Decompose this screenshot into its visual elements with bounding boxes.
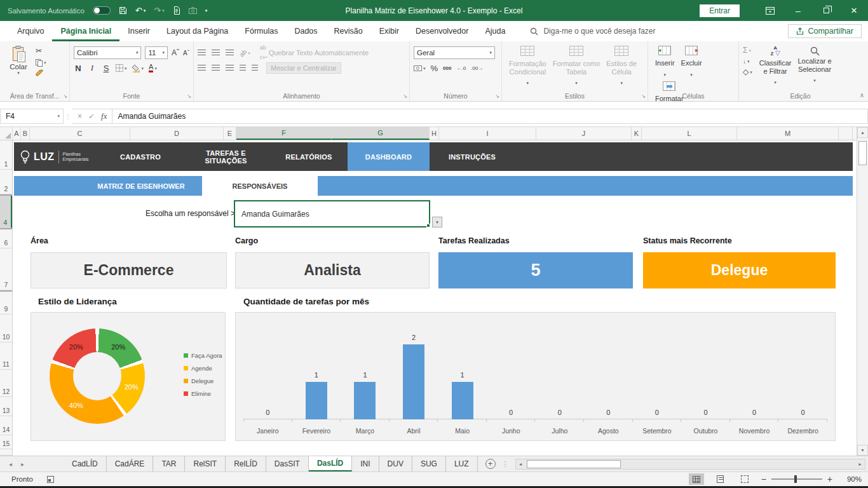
- share-button[interactable]: Compartilhar: [788, 24, 862, 38]
- nav-tab-cadastro[interactable]: CADASTRO: [99, 142, 182, 171]
- sign-in-button[interactable]: Entrar: [700, 4, 740, 17]
- subnav-tab-responsaveis[interactable]: RESPONSÁVEIS: [202, 176, 318, 196]
- column-header-E[interactable]: E: [224, 127, 236, 140]
- scroll-left-icon[interactable]: ◂: [516, 459, 526, 469]
- font-color-button[interactable]: A ▾: [149, 64, 157, 73]
- cut-button[interactable]: ✂: [36, 46, 46, 56]
- alignment-dialog-launcher[interactable]: ↘: [403, 93, 407, 99]
- autosum-button[interactable]: Σ▾: [743, 46, 752, 55]
- italic-button[interactable]: I: [88, 63, 97, 73]
- camera-icon[interactable]: [189, 7, 197, 14]
- decrease-decimal-button[interactable]: .00→: [471, 64, 483, 73]
- autosave-toggle[interactable]: [93, 6, 111, 15]
- sheet-tab-daslid[interactable]: DasLÍD: [309, 456, 352, 471]
- sheet-tab-cadlid[interactable]: CadLÍD: [64, 456, 107, 471]
- align-left-button[interactable]: [198, 65, 206, 72]
- row-header-12[interactable]: 12: [0, 370, 12, 397]
- align-bottom-button[interactable]: [226, 50, 234, 57]
- sheet-tab-rellid[interactable]: RelLÍD: [226, 456, 266, 471]
- increase-indent-button[interactable]: [252, 65, 258, 72]
- bar-abril[interactable]: [403, 344, 424, 419]
- vertical-scrollbar[interactable]: ▲ ▼: [857, 127, 868, 456]
- collapse-ribbon-icon[interactable]: ∧: [860, 92, 864, 98]
- sort-filter-button[interactable]: AZ ▽ Classificar e Filtrar▾: [756, 44, 795, 88]
- cell-fill-handle[interactable]: [426, 224, 430, 227]
- print-preview-icon[interactable]: [173, 6, 180, 15]
- orientation-button[interactable]: ab▾: [240, 48, 250, 58]
- row-header-14[interactable]: 14: [0, 416, 12, 435]
- new-sheet-button[interactable]: +: [485, 459, 496, 469]
- column-header-A[interactable]: A: [13, 127, 21, 140]
- row-header-7[interactable]: 7: [0, 248, 12, 290]
- close-button[interactable]: ×: [840, 0, 868, 21]
- bold-button[interactable]: N: [74, 64, 83, 73]
- sheet-tab-tar[interactable]: TAR: [153, 456, 185, 471]
- column-header-M[interactable]: M: [737, 127, 839, 140]
- minimize-button[interactable]: –: [784, 0, 812, 21]
- sheet-tab-dassit[interactable]: DasSIT: [266, 456, 309, 471]
- ribbon-tab-dados[interactable]: Dados: [286, 21, 325, 41]
- ribbon-tab-layout-da-pagina[interactable]: Layout da Página: [158, 21, 236, 41]
- column-header-D[interactable]: D: [130, 127, 224, 140]
- column-header-J[interactable]: J: [536, 127, 632, 140]
- styles-dialog-launcher[interactable]: ↘: [641, 93, 646, 99]
- paste-button[interactable]: Colar▾: [4, 44, 33, 76]
- normal-view-button[interactable]: [689, 473, 704, 485]
- grow-font-button[interactable]: Aˆ: [172, 48, 179, 58]
- fill-button[interactable]: ↓▾: [743, 57, 752, 66]
- zoom-level[interactable]: 90%: [841, 475, 862, 483]
- sheet-tab-ini[interactable]: INI: [352, 456, 379, 471]
- ribbon-tab-pagina-inicial[interactable]: Página Inicial: [52, 21, 119, 41]
- wrap-text-button[interactable]: abc↩ Quebrar Texto Automaticamente: [260, 43, 369, 62]
- number-dialog-launcher[interactable]: ↘: [495, 93, 499, 99]
- column-header-H[interactable]: H: [430, 127, 439, 140]
- restore-button[interactable]: [812, 0, 840, 21]
- format-as-table-button[interactable]: Formatar como Tabela▾: [550, 44, 604, 88]
- column-header-G[interactable]: G: [332, 127, 430, 140]
- sheet-tab-relsit[interactable]: RelSIT: [185, 456, 226, 471]
- accounting-format-button[interactable]: ▾: [414, 64, 426, 73]
- copy-button[interactable]: ▾: [36, 58, 46, 67]
- ribbon-tab-ajuda[interactable]: Ajuda: [477, 21, 513, 41]
- font-dialog-launcher[interactable]: ↘: [187, 93, 191, 99]
- underline-button[interactable]: S: [102, 64, 111, 73]
- column-header-K[interactable]: K: [632, 127, 642, 140]
- sheet-tab-sug[interactable]: SUG: [412, 456, 446, 471]
- align-right-button[interactable]: [226, 65, 234, 72]
- row-header-4[interactable]: 4: [0, 196, 12, 228]
- column-header-partial[interactable]: [839, 127, 853, 140]
- column-header-B[interactable]: B: [21, 127, 30, 140]
- clear-button[interactable]: ◇▾: [743, 67, 752, 77]
- customize-qat-icon[interactable]: ▾: [205, 6, 208, 15]
- vertical-scroll-thumb[interactable]: [858, 141, 867, 165]
- page-break-view-button[interactable]: [737, 473, 752, 485]
- sheet-nav-left-icon[interactable]: ◂: [9, 461, 12, 468]
- decrease-indent-button[interactable]: [240, 65, 246, 72]
- sheet-nav-right-icon[interactable]: ▸: [21, 461, 24, 468]
- row-header-13[interactable]: 13: [0, 397, 12, 416]
- scroll-right-icon[interactable]: ▸: [855, 459, 865, 469]
- row-header-15[interactable]: 15: [0, 435, 12, 449]
- ribbon-tab-arquivo[interactable]: Arquivo: [9, 21, 52, 41]
- increase-decimal-button[interactable]: ←.0: [456, 64, 466, 73]
- borders-button[interactable]: ▾: [116, 64, 127, 73]
- redo-button[interactable]: ↷▾: [154, 6, 164, 15]
- column-header-C[interactable]: C: [30, 127, 130, 140]
- find-select-button[interactable]: Localizar e Selecionar▾: [794, 44, 834, 86]
- row-header-10[interactable]: 10: [0, 315, 12, 342]
- ribbon-tab-desenvolvedor[interactable]: Desenvolvedor: [407, 21, 477, 41]
- responsible-selector[interactable]: Amanda Guimarães: [234, 200, 430, 227]
- zoom-out-button[interactable]: −: [761, 474, 766, 484]
- column-header-I[interactable]: I: [439, 127, 536, 140]
- sheet-tab-duv[interactable]: DUV: [379, 456, 412, 471]
- subnav-tab-matriz-de-eisenhower[interactable]: MATRIZ DE EISENHOWER: [84, 176, 198, 196]
- row-header-2[interactable]: 2: [0, 170, 12, 194]
- scroll-down-icon[interactable]: ▼: [857, 445, 868, 456]
- horizontal-scrollbar[interactable]: ◂ ▸: [515, 459, 865, 470]
- page-layout-view-button[interactable]: [713, 473, 728, 485]
- responsible-dropdown-button[interactable]: ▾: [432, 217, 442, 227]
- tell-me-search[interactable]: Diga-me o que você deseja fazer: [530, 21, 655, 41]
- row-header-1[interactable]: 1: [0, 140, 12, 170]
- font-size-select[interactable]: 11▾: [145, 46, 168, 59]
- select-all-corner[interactable]: [0, 127, 13, 140]
